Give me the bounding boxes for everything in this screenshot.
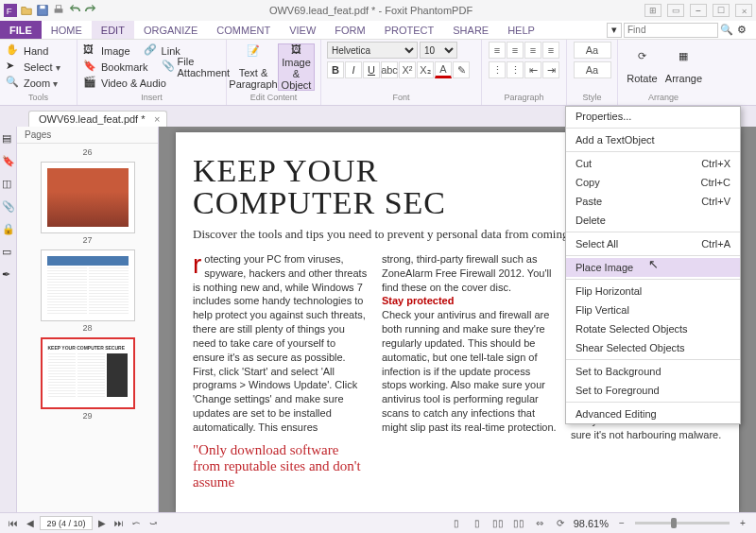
ctx-flip-h[interactable]: Flip Horizontal (566, 282, 740, 301)
list-bullet-button[interactable]: ⋮ (489, 61, 506, 78)
tab-view[interactable]: VIEW (280, 21, 325, 39)
text-paragraph-button[interactable]: 📝Text & Paragraph (232, 43, 274, 91)
open-icon[interactable] (20, 4, 33, 17)
view-continuous-button[interactable]: ▯ (470, 517, 485, 530)
nav-fwd-button[interactable]: ⤻ (146, 517, 161, 530)
indent-dec-button[interactable]: ⇤ (524, 61, 541, 78)
fields-panel-icon[interactable]: ▭ (2, 246, 15, 259)
last-page-button[interactable]: ⏭ (112, 517, 127, 530)
close-icon[interactable]: ⨉ (735, 4, 752, 17)
font-size-select[interactable]: 10 (420, 42, 457, 59)
ctx-set-fg[interactable]: Set to Foreground (566, 381, 740, 400)
ctx-select-all[interactable]: Select AllCtrl+A (566, 234, 740, 253)
fit-width-button[interactable]: ⇔ (532, 517, 547, 530)
maximize-icon[interactable]: ☐ (713, 4, 730, 17)
underline-button[interactable]: U (363, 61, 380, 78)
zoom-in-button[interactable]: + (735, 517, 750, 530)
layout2-icon[interactable]: ▭ (667, 4, 684, 17)
ctx-properties[interactable]: Properties... (566, 107, 740, 126)
document-tab[interactable]: OWV69.lead_feat.pdf *× (28, 111, 167, 127)
highlight-button[interactable]: ✎ (453, 61, 470, 78)
ctx-flip-v[interactable]: Flip Vertical (566, 301, 740, 319)
strike-button[interactable]: abc (381, 61, 398, 78)
tab-file[interactable]: FILE (0, 21, 42, 39)
zoom-out-button[interactable]: − (614, 517, 629, 530)
tab-organize[interactable]: ORGANIZE (134, 21, 207, 39)
ctx-paste[interactable]: PasteCtrl+V (566, 192, 740, 211)
tab-help[interactable]: HELP (498, 21, 544, 39)
next-page-button[interactable]: ▶ (94, 517, 110, 530)
align-right-button[interactable]: ≡ (524, 42, 541, 59)
view-facing-button[interactable]: ▯▯ (490, 517, 506, 530)
settings-icon[interactable]: ⚙ (737, 24, 752, 36)
ctx-rotate[interactable]: Rotate Selected Objects (566, 319, 740, 338)
search-icon[interactable]: 🔍 (720, 24, 735, 36)
insert-image[interactable]: 🖼Image (83, 43, 130, 59)
close-tab-icon[interactable]: × (154, 113, 160, 125)
pages-panel-icon[interactable]: ▤ (2, 132, 15, 146)
security-panel-icon[interactable]: 🔒 (2, 223, 15, 236)
insert-bookmark[interactable]: 🔖Bookmark (83, 60, 148, 75)
view-single-button[interactable]: ▯ (449, 517, 464, 530)
bookmark-panel-icon[interactable]: 🔖 (2, 155, 15, 168)
align-justify-button[interactable]: ≡ (542, 42, 559, 59)
nav-back-button[interactable]: ⤺ (129, 517, 144, 530)
align-left-button[interactable]: ≡ (489, 42, 506, 59)
ctx-shear[interactable]: Shear Selected Objects (566, 338, 740, 357)
arrange-button[interactable]: ▦Arrange (664, 43, 703, 91)
font-color-button[interactable]: A (435, 61, 452, 78)
align-center-button[interactable]: ≡ (507, 42, 524, 59)
ctx-delete[interactable]: Delete (566, 211, 740, 230)
indent-inc-button[interactable]: ⇥ (542, 61, 559, 78)
insert-file[interactable]: 📎File Attachment (162, 60, 232, 75)
zoom-knob[interactable] (671, 518, 677, 528)
ctx-set-bg[interactable]: Set to Background (566, 362, 740, 381)
zoom-tool[interactable]: 🔍Zoom ▾ (6, 76, 58, 91)
insert-video[interactable]: 🎬Video & Audio (83, 76, 166, 91)
thumb-28[interactable] (41, 249, 135, 321)
redo-icon[interactable] (84, 4, 97, 17)
layers-panel-icon[interactable]: ◫ (2, 178, 15, 191)
thumb-27[interactable] (41, 162, 135, 233)
minimize-icon[interactable]: ‒ (690, 4, 707, 17)
ctx-advanced[interactable]: Advanced Editing (566, 404, 740, 423)
tab-comment[interactable]: COMMENT (207, 21, 280, 39)
print-icon[interactable] (52, 4, 65, 17)
select-tool[interactable]: ➤Select ▾ (6, 60, 60, 75)
rotate-button[interactable]: ⟳Rotate (624, 43, 661, 91)
sub-button[interactable]: X₂ (417, 61, 434, 78)
signatures-panel-icon[interactable]: ✒ (2, 268, 15, 282)
italic-button[interactable]: I (345, 61, 362, 78)
search-input[interactable] (624, 23, 718, 38)
ctx-cut[interactable]: CutCtrl+X (566, 154, 740, 173)
ribbon: ✋Hand ➤Select ▾ 🔍Zoom ▾ Tools 🖼Image 🔗Li… (0, 40, 756, 106)
image-object-button[interactable]: 🖼Image & Object (278, 43, 315, 91)
view-cont-facing-button[interactable]: ▯▯ (511, 517, 526, 530)
bold-button[interactable]: B (327, 61, 344, 78)
thumb-29[interactable]: KEEP YOUR COMPUTER SECURE (41, 337, 135, 409)
layout1-icon[interactable]: ⊞ (644, 4, 662, 17)
undo-icon[interactable] (68, 4, 81, 17)
i-bm-label: Bookmark (101, 61, 148, 73)
tab-home[interactable]: HOME (42, 21, 92, 39)
ctx-copy[interactable]: CopyCtrl+C (566, 173, 740, 192)
search-dropdown-icon[interactable]: ▾ (607, 23, 622, 38)
save-icon[interactable] (36, 4, 49, 17)
list-number-button[interactable]: ⋮ (507, 61, 524, 78)
zoom-slider[interactable] (635, 522, 730, 524)
prev-page-button[interactable]: ◀ (23, 517, 38, 530)
rotate-view-button[interactable]: ⟳ (553, 517, 568, 530)
insert-link[interactable]: 🔗Link (144, 43, 180, 59)
hand-tool[interactable]: ✋Hand (6, 43, 48, 59)
tab-form[interactable]: FORM (325, 21, 374, 39)
style2-button[interactable]: Aa (574, 61, 611, 78)
super-button[interactable]: X² (399, 61, 416, 78)
style1-button[interactable]: Aa (574, 42, 611, 59)
tab-edit[interactable]: EDIT (92, 21, 134, 39)
page-number-field[interactable] (40, 516, 93, 530)
attachments-panel-icon[interactable]: 📎 (2, 200, 15, 214)
tab-protect[interactable]: PROTECT (375, 21, 444, 39)
font-name-select[interactable]: Helvetica (327, 42, 418, 59)
first-page-button[interactable]: ⏮ (6, 517, 21, 530)
tab-share[interactable]: SHARE (443, 21, 498, 39)
